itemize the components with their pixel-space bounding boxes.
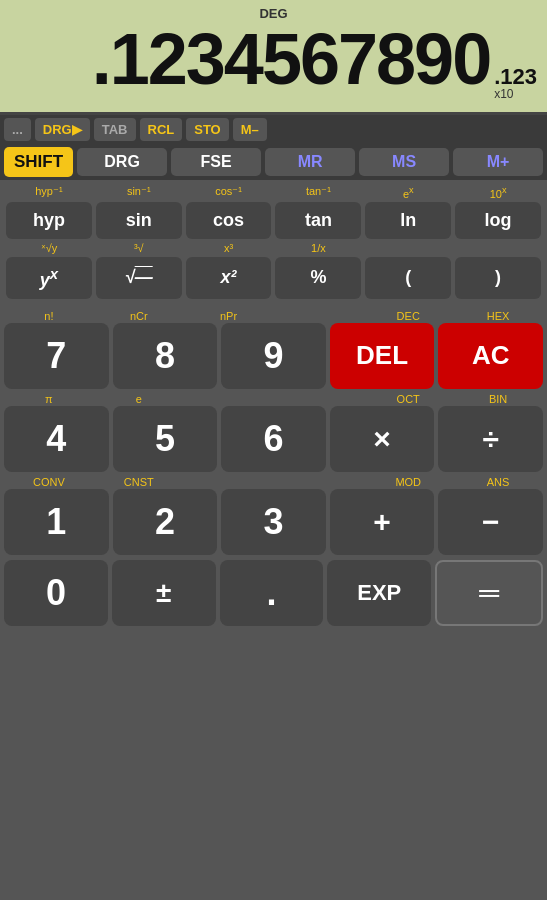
lparen-button[interactable]: ( — [365, 257, 451, 299]
numpad-row2: 4 5 6 × ÷ — [4, 406, 543, 472]
numpad-labels-row2: π e OCT BIN — [4, 392, 543, 406]
tan-inv-label: tan⁻¹ — [273, 184, 363, 201]
empty5-label — [273, 475, 363, 489]
del-button[interactable]: DEL — [330, 323, 435, 389]
reciprocal-label: 1/x — [273, 241, 363, 256]
shift-button[interactable]: SHIFT — [4, 147, 73, 177]
empty-label1 — [363, 241, 453, 256]
hex-label: HEX — [453, 309, 543, 323]
multiply-button[interactable]: × — [330, 406, 435, 472]
empty-label2 — [453, 241, 543, 256]
nfact-label: n! — [4, 309, 94, 323]
xcubed-label: x³ — [184, 241, 274, 256]
equals-button[interactable]: ═ — [435, 560, 543, 626]
shift-row: SHIFT DRG FSE MR MS M+ — [0, 144, 547, 180]
mplus-button[interactable]: M+ — [453, 148, 543, 176]
display-exponent: .123 x10 — [494, 66, 537, 100]
exp-value: .123 — [494, 66, 537, 88]
empty3-label — [273, 392, 363, 406]
ncr-label: nCr — [94, 309, 184, 323]
btn-5[interactable]: 5 — [113, 406, 218, 472]
bin-label: BIN — [453, 392, 543, 406]
xsquared-button[interactable]: x² — [186, 257, 272, 299]
cos-button[interactable]: cos — [186, 202, 272, 239]
empty2-label — [184, 392, 274, 406]
display-area: DEG .1234567890 .123 x10 — [0, 0, 547, 115]
sci-row1: hyp sin cos tan ln log — [4, 201, 543, 240]
cos-inv-label: cos⁻¹ — [184, 184, 274, 201]
cuberoot-label: ³√ — [94, 241, 184, 256]
sci-row2: yx √— x² % ( ) — [4, 256, 543, 300]
sci-labels-row2: ˣ√y ³√ x³ 1/x — [4, 241, 543, 256]
ex-label: ex — [363, 184, 453, 201]
display-number: .1234567890 — [92, 23, 490, 95]
hyp-button[interactable]: hyp — [6, 202, 92, 239]
drg-button[interactable]: DRG — [77, 148, 167, 176]
btn-8[interactable]: 8 — [113, 323, 218, 389]
10x-label: 10x — [453, 184, 543, 201]
pi-label: π — [4, 392, 94, 406]
sin-inv-label: sin⁻¹ — [94, 184, 184, 201]
hyp-inv-label: hyp⁻¹ — [4, 184, 94, 201]
sqrt-button[interactable]: √— — [96, 257, 182, 299]
cnst-label: CNST — [94, 475, 184, 489]
numpad-row3: 1 2 3 + − — [4, 489, 543, 555]
empty4-label — [184, 475, 274, 489]
dec-label: DEC — [363, 309, 453, 323]
npr-label: nPr — [184, 309, 274, 323]
rparen-button[interactable]: ) — [455, 257, 541, 299]
btn-2[interactable]: 2 — [113, 489, 218, 555]
sto-button[interactable]: STO — [186, 118, 229, 141]
btn-1[interactable]: 1 — [4, 489, 109, 555]
menu-button[interactable]: ... — [4, 118, 31, 141]
btn-6[interactable]: 6 — [221, 406, 326, 472]
mr-button[interactable]: MR — [265, 148, 355, 176]
btn-4[interactable]: 4 — [4, 406, 109, 472]
mminus-button[interactable]: M– — [233, 118, 267, 141]
main-display: .1234567890 .123 x10 — [10, 23, 537, 104]
calc-body: hyp⁻¹ sin⁻¹ cos⁻¹ tan⁻¹ ex 10x hyp sin c… — [0, 180, 547, 633]
top-bar: ... DRG▶ TAB RCL STO M– — [0, 115, 547, 144]
e-label: e — [94, 392, 184, 406]
numpad-row4: 0 ± . EXP ═ — [4, 560, 543, 626]
rcl-button[interactable]: RCL — [140, 118, 183, 141]
ac-button[interactable]: AC — [438, 323, 543, 389]
mod-label: MOD — [363, 475, 453, 489]
exp-x10: x10 — [494, 88, 513, 100]
btn-0[interactable]: 0 — [4, 560, 108, 626]
del-top-label — [273, 309, 363, 323]
sin-button[interactable]: sin — [96, 202, 182, 239]
btn-7[interactable]: 7 — [4, 323, 109, 389]
ms-button[interactable]: MS — [359, 148, 449, 176]
ans-label: ANS — [453, 475, 543, 489]
tab-button[interactable]: TAB — [94, 118, 136, 141]
numpad-labels-row3: CONV CNST MOD ANS — [4, 475, 543, 489]
conv-label: CONV — [4, 475, 94, 489]
dot-button[interactable]: . — [220, 560, 324, 626]
numpad-row1: 7 8 9 DEL AC — [4, 323, 543, 389]
btn-3[interactable]: 3 — [221, 489, 326, 555]
oct-label: OCT — [363, 392, 453, 406]
minus-button[interactable]: − — [438, 489, 543, 555]
log-button[interactable]: log — [455, 202, 541, 239]
ln-button[interactable]: ln — [365, 202, 451, 239]
fse-button[interactable]: FSE — [171, 148, 261, 176]
plusminus-button[interactable]: ± — [112, 560, 216, 626]
numpad-labels-row1: n! nCr nPr DEC HEX — [4, 309, 543, 323]
sci-labels-row1: hyp⁻¹ sin⁻¹ cos⁻¹ tan⁻¹ ex 10x — [4, 184, 543, 201]
drg-forward-button[interactable]: DRG▶ — [35, 118, 90, 141]
tan-button[interactable]: tan — [275, 202, 361, 239]
xrooty-label: ˣ√y — [4, 241, 94, 256]
yx-button[interactable]: yx — [6, 257, 92, 299]
divide-button[interactable]: ÷ — [438, 406, 543, 472]
plus-button[interactable]: + — [330, 489, 435, 555]
btn-9[interactable]: 9 — [221, 323, 326, 389]
exp-button[interactable]: EXP — [327, 560, 431, 626]
percent-button[interactable]: % — [275, 257, 361, 299]
